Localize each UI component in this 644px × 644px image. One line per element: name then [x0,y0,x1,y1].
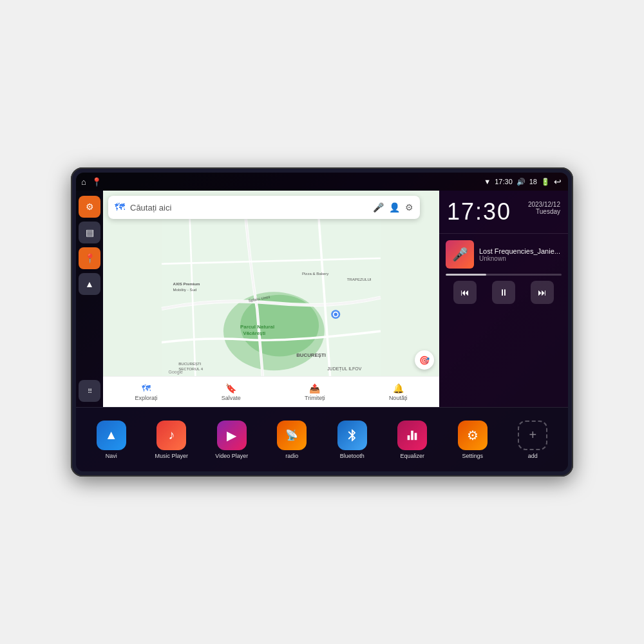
svg-text:BUCUREȘTI: BUCUREȘTI [296,352,326,358]
svg-text:JUDEȚUL ILFOV: JUDEȚUL ILFOV [327,366,362,372]
map-news-btn[interactable]: 🔔 Noutăți [389,383,408,401]
saved-icon: 🔖 [225,383,236,393]
explore-icon: 🗺 [142,383,151,393]
map-container[interactable]: 🗺 Căutați aici 🎤 👤 ⚙ [103,191,439,407]
sidebar-nav-btn[interactable]: ▲ [79,273,100,295]
bluetooth-icon [337,421,367,450]
main-content: ⚙ ▤ 📍 ▲ ⠿ 🗺 [76,191,568,407]
add-label: add [528,453,538,459]
app-grid-bar: ▲ Navi ♪ Music Player ▶ Video Player 📡 [76,407,568,471]
clock-date-line1: 2023/12/12 [528,201,560,208]
navigation-icon: ▲ [85,279,94,289]
settings-app-icon: ⚙ [458,421,488,450]
music-player-icon: ♪ [156,421,186,450]
app-navi[interactable]: ▲ Navi [82,421,140,459]
news-icon: 🔔 [393,383,404,393]
settings-label: Settings [462,453,483,459]
files-icon: ▤ [86,227,94,238]
app-settings[interactable]: ⚙ Settings [444,421,502,459]
status-right: ▼ 17:30 🔊 18 🔋 ↩ [484,176,562,187]
send-icon: 📤 [309,383,320,393]
clock-date-line2: Tuesday [528,208,560,215]
mic-icon[interactable]: 🎤 [373,202,384,213]
map-pin-icon: 📍 [84,253,95,263]
music-progress-fill [446,274,486,276]
sidebar-maps-btn[interactable]: 📍 [79,247,100,269]
battery-level: 18 [529,178,537,185]
status-bar: ⌂ 📍 ▼ 17:30 🔊 18 🔋 ↩ [76,173,568,191]
app-music-player[interactable]: ♪ Music Player [143,421,201,459]
clock-time: 17:30 [447,198,511,225]
right-panel: 17:30 2023/12/12 Tuesday 🎤 Lost Frequenc… [439,191,568,407]
app-add[interactable]: + add [504,421,562,459]
next-icon: ⏭ [538,287,547,298]
clock-widget: 17:30 2023/12/12 Tuesday [439,191,568,234]
svg-text:TRAPEZULUI: TRAPEZULUI [347,277,372,281]
news-label: Noutăți [389,395,408,401]
add-icon: + [518,421,547,450]
svg-text:Pizza & Bakery: Pizza & Bakery [302,271,329,276]
volume-icon: 🔊 [516,178,526,186]
device-screen: ⌂ 📍 ▼ 17:30 🔊 18 🔋 ↩ ⚙ ▤ [76,173,568,471]
map-explore-btn[interactable]: 🗺 Explorați [135,383,158,401]
layers-icon[interactable]: ⚙ [405,202,413,213]
location-icon: 🎯 [419,355,430,365]
app-bluetooth[interactable]: Bluetooth [323,421,381,459]
music-widget: 🎤 Lost Frequencies_Janie... Unknown ⏮ [439,234,568,407]
clock-date: 2023/12/12 Tuesday [528,198,560,215]
grid-menu-icon: ⠿ [88,388,92,395]
svg-point-17 [334,313,337,316]
music-prev-btn[interactable]: ⏮ [453,281,477,304]
sidebar-settings-btn[interactable]: ⚙ [79,196,100,218]
google-maps-icon: 🗺 [115,202,125,213]
music-info-row: 🎤 Lost Frequencies_Janie... Unknown [446,240,562,269]
map-search-bar[interactable]: 🗺 Căutați aici 🎤 👤 ⚙ [108,196,420,219]
navi-label: Navi [106,453,117,459]
svg-text:Văcărești: Văcărești [243,330,265,336]
account-icon[interactable]: 👤 [389,202,400,213]
map-status-icon[interactable]: 📍 [91,177,102,187]
navi-icon: ▲ [97,421,126,450]
map-bottom-bar: 🗺 Explorați 🔖 Salvate 📤 Trimiteți � [103,376,439,407]
map-send-btn[interactable]: 📤 Trimiteți [305,383,325,401]
app-radio[interactable]: 📡 radio [263,421,321,459]
music-track-artist: Unknown [479,255,562,262]
map-background: 🗺 Căutați aici 🎤 👤 ⚙ [103,191,439,407]
equalizer-icon [397,421,427,450]
music-progress-bar[interactable] [446,274,562,276]
svg-text:Parcul Natural: Parcul Natural [240,324,274,330]
svg-text:AXIS Premium: AXIS Premium [173,281,201,286]
back-icon[interactable]: ↩ [554,176,562,187]
wifi-icon: ▼ [484,178,491,185]
app-video-player[interactable]: ▶ Video Player [203,421,261,459]
music-player-label: Music Player [155,453,188,459]
radio-label: radio [285,453,298,459]
map-svg: AXIS Premium Mobility - Sud Pizza & Bake… [103,219,439,376]
sidebar-files-btn[interactable]: ▤ [79,222,100,243]
sidebar-menu-btn[interactable]: ⠿ [79,380,100,402]
map-saved-btn[interactable]: 🔖 Salvate [222,383,241,401]
pause-icon: ⏸ [499,287,508,298]
music-album-art: 🎤 [446,240,474,269]
send-label: Trimiteți [305,395,325,401]
home-icon[interactable]: ⌂ [81,177,86,187]
radio-icon: 📡 [277,421,307,450]
status-left: ⌂ 📍 [81,173,102,191]
video-player-icon: ▶ [217,421,247,450]
location-btn[interactable]: 🎯 [415,350,434,370]
battery-icon: 🔋 [541,178,550,186]
svg-text:Mobility - Sud: Mobility - Sud [173,287,197,292]
prev-icon: ⏮ [460,287,469,298]
music-play-pause-btn[interactable]: ⏸ [492,281,515,304]
music-track-info: Lost Frequencies_Janie... Unknown [479,247,562,262]
video-player-label: Video Player [215,453,248,459]
svg-text:Google: Google [169,370,184,375]
music-next-btn[interactable]: ⏭ [531,281,554,304]
device-frame: ⌂ 📍 ▼ 17:30 🔊 18 🔋 ↩ ⚙ ▤ [71,167,573,477]
explore-label: Explorați [135,395,158,401]
svg-text:BUCUREȘTI: BUCUREȘTI [178,361,202,366]
saved-label: Salvate [222,395,241,401]
app-equalizer[interactable]: Equalizer [384,421,442,459]
album-art-image: 🎤 [452,247,468,262]
map-search-actions: 🎤 👤 ⚙ [373,202,413,213]
